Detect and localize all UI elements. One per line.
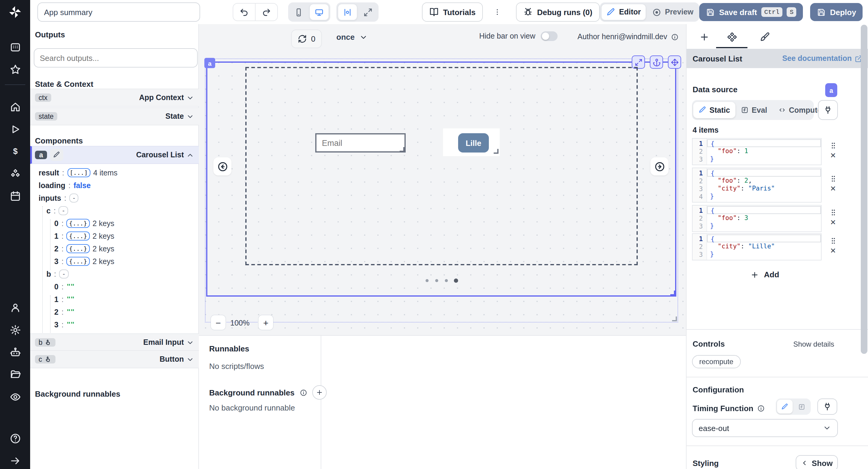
tree-row-0[interactable]: 0:{...}2 keys xyxy=(54,217,114,230)
fullscreen-toggle[interactable] xyxy=(359,4,377,20)
item-editor-1[interactable]: 123{ "foo": 1} xyxy=(692,138,822,165)
delete-item-button[interactable]: ✕ xyxy=(830,219,836,226)
save-draft-button[interactable]: Save draft Ctrl S xyxy=(699,3,803,21)
show-details-link[interactable]: Show details xyxy=(793,340,834,348)
zoom-out-button[interactable]: − xyxy=(210,315,226,330)
scrollbar-thumb[interactable] xyxy=(861,25,867,354)
hide-bar-toggle[interactable] xyxy=(541,31,558,41)
component-settings-tab[interactable] xyxy=(721,29,742,44)
delete-item-button[interactable]: ✕ xyxy=(830,185,836,192)
add-background-runnable-button[interactable] xyxy=(312,385,327,400)
variables-dollar-icon[interactable]: $ xyxy=(0,140,30,163)
carousel-dot-2[interactable] xyxy=(435,279,438,282)
preview-tab[interactable]: Preview xyxy=(647,4,698,20)
tree-row-2[interactable]: 2:"" xyxy=(54,306,74,318)
tree-row-result[interactable]: result:[...]4 items xyxy=(38,166,118,179)
drag-handle-icon[interactable] xyxy=(829,142,837,149)
tree-row-2[interactable]: 2:{...}2 keys xyxy=(54,242,114,255)
refresh-button[interactable]: 0 xyxy=(291,30,322,48)
home-icon[interactable] xyxy=(0,96,30,118)
carousel-prev-button[interactable] xyxy=(213,157,231,176)
carousel-dot-1[interactable] xyxy=(426,279,429,282)
desktop-preview-toggle[interactable] xyxy=(309,4,329,21)
styling-show-button[interactable]: Show xyxy=(796,455,838,469)
tree-row-c[interactable]: c:- xyxy=(46,205,68,217)
move-component-button[interactable] xyxy=(668,56,681,69)
selection-resize-corner[interactable] xyxy=(670,290,675,295)
app-summary-input[interactable] xyxy=(37,2,200,22)
drag-handle-icon[interactable] xyxy=(829,237,837,245)
windmill-logo[interactable] xyxy=(0,0,30,24)
undo-button[interactable] xyxy=(233,4,255,21)
insert-component-tab[interactable] xyxy=(694,29,714,44)
drag-handle-icon[interactable] xyxy=(829,208,837,216)
output-row-ctx[interactable]: ctx App Context xyxy=(30,89,199,107)
tree-row-1[interactable]: 1:{...}2 keys xyxy=(54,230,114,242)
component-row-b[interactable]: b Email Input xyxy=(30,333,199,351)
info-icon[interactable] xyxy=(299,388,307,396)
deploy-button[interactable]: Deploy xyxy=(810,3,863,21)
mode-eval[interactable]: Eval xyxy=(735,102,772,118)
runs-play-icon[interactable] xyxy=(0,118,30,140)
item-editor-2[interactable]: 1234{ "foo": 2, "city": "Paris"} xyxy=(692,167,822,202)
mode-static[interactable]: Static xyxy=(693,102,735,118)
output-row-state[interactable]: state State xyxy=(30,107,199,125)
connect-plug-button[interactable] xyxy=(818,100,838,120)
tree-row-3[interactable]: 3:{...}2 keys xyxy=(54,255,114,268)
carousel-dot-3[interactable] xyxy=(445,279,448,282)
edit-id-button[interactable] xyxy=(50,149,64,161)
carousel-container[interactable] xyxy=(245,67,638,265)
user-icon[interactable] xyxy=(0,296,30,319)
redo-button[interactable] xyxy=(255,4,277,21)
recompute-button[interactable]: recompute xyxy=(692,355,741,368)
resources-boxes-icon[interactable] xyxy=(0,163,30,185)
timing-function-select[interactable]: ease-out xyxy=(692,419,838,437)
component-row-c[interactable]: c Button xyxy=(30,350,199,368)
carousel-next-button[interactable] xyxy=(650,157,669,176)
anchor-component-button[interactable] xyxy=(650,56,663,69)
info-icon[interactable] xyxy=(757,405,765,412)
item-editor-3[interactable]: 123{ "foo": 3} xyxy=(692,205,822,232)
editor-tab[interactable]: Editor xyxy=(601,4,646,21)
favorites-star-icon[interactable] xyxy=(0,59,30,81)
zoom-in-button[interactable]: + xyxy=(258,315,274,330)
apps-icon[interactable] xyxy=(0,36,30,59)
tutorials-button[interactable]: Tutorials xyxy=(422,2,483,22)
tree-row-inputs[interactable]: inputs:- xyxy=(38,192,79,205)
debug-runs-button[interactable]: Debug runs (0) xyxy=(516,2,599,22)
see-documentation-link[interactable]: See documentation xyxy=(782,54,863,63)
tree-row-loading[interactable]: loading:false xyxy=(38,179,91,192)
settings-gear-icon[interactable] xyxy=(0,319,30,341)
tree-row-b[interactable]: b:- xyxy=(46,268,68,280)
mobile-preview-toggle[interactable] xyxy=(289,4,308,20)
workers-bot-icon[interactable] xyxy=(0,341,30,364)
cell-resize-corner[interactable] xyxy=(672,316,677,321)
audit-eye-icon[interactable] xyxy=(0,386,30,408)
tree-row-3[interactable]: 3:"" xyxy=(54,318,74,331)
drag-handle-icon[interactable] xyxy=(829,175,837,183)
delete-item-button[interactable]: ✕ xyxy=(830,152,836,159)
frequency-dropdown[interactable]: once xyxy=(336,33,368,41)
timing-static-mode[interactable] xyxy=(777,400,793,413)
search-outputs-input[interactable] xyxy=(34,48,198,67)
styling-tab[interactable] xyxy=(754,29,775,44)
folders-icon[interactable] xyxy=(0,364,30,386)
help-icon[interactable] xyxy=(0,428,30,450)
more-menu-button[interactable] xyxy=(493,3,501,21)
component-row-a[interactable]: a Carousel List xyxy=(30,146,199,164)
delete-item-button[interactable]: ✕ xyxy=(830,247,836,254)
timing-eval-mode[interactable] xyxy=(794,400,809,413)
tree-row-0[interactable]: 0:"" xyxy=(54,280,74,293)
item-editor-4[interactable]: 123{ "city": "Lille"} xyxy=(692,233,822,260)
resize-handle[interactable] xyxy=(494,149,498,154)
tree-row-1[interactable]: 1:"" xyxy=(54,293,74,306)
collapse-arrow-icon[interactable] xyxy=(0,450,30,469)
schedules-calendar-icon[interactable] xyxy=(0,185,30,207)
carousel-dot-4-active[interactable] xyxy=(454,279,458,283)
timing-plug-button[interactable] xyxy=(817,399,837,415)
center-content-toggle[interactable] xyxy=(338,4,358,21)
info-icon[interactable] xyxy=(671,33,679,41)
canvas-email-input[interactable] xyxy=(315,133,406,153)
resize-handle[interactable] xyxy=(400,147,404,152)
add-item-button[interactable]: Add xyxy=(751,270,779,279)
